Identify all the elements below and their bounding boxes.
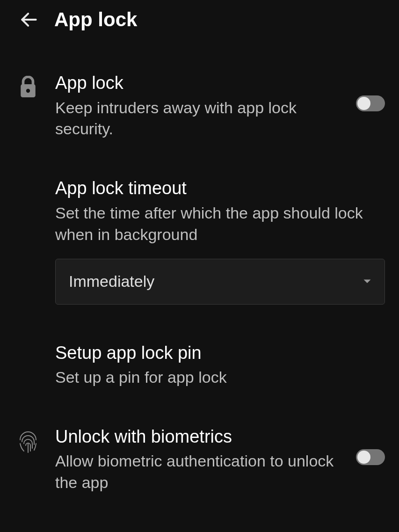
timeout-title: App lock timeout	[55, 177, 385, 200]
toggle-knob	[357, 451, 370, 464]
header: App lock	[0, 0, 399, 39]
app-lock-timeout-row[interactable]: App lock timeout Set the time after whic…	[14, 168, 385, 332]
row-icon-container	[14, 342, 42, 346]
pin-desc: Set up a pin for app lock	[55, 367, 385, 388]
chevron-down-icon	[363, 279, 371, 284]
row-body: App lock Keep intruders away with app lo…	[55, 72, 343, 140]
row-body: Unlock with biometrics Allow biometric a…	[55, 426, 343, 494]
row-icon-container	[14, 177, 42, 181]
timeout-desc: Set the time after which the app should …	[55, 203, 385, 246]
app-lock-desc: Keep intruders away with app lock securi…	[55, 97, 343, 140]
row-trailing	[356, 72, 385, 111]
biometrics-desc: Allow biometric authentication to unlock…	[55, 451, 343, 494]
biometrics-toggle[interactable]	[356, 449, 385, 465]
row-body: App lock timeout Set the time after whic…	[55, 177, 385, 304]
arrow-left-icon	[19, 9, 39, 30]
page-title: App lock	[54, 8, 137, 31]
row-trailing	[356, 426, 385, 465]
row-icon-container	[14, 72, 42, 99]
select-arrow	[363, 279, 371, 284]
biometrics-title: Unlock with biometrics	[55, 426, 343, 448]
row-icon-container	[14, 426, 42, 455]
row-body: Setup app lock pin Set up a pin for app …	[55, 342, 385, 388]
pin-title: Setup app lock pin	[55, 342, 385, 364]
svg-point-2	[26, 89, 30, 93]
toggle-knob	[357, 97, 370, 110]
biometrics-row[interactable]: Unlock with biometrics Allow biometric a…	[14, 416, 385, 522]
settings-list: App lock Keep intruders away with app lo…	[0, 39, 399, 522]
app-lock-toggle[interactable]	[356, 95, 385, 111]
lock-icon	[18, 76, 38, 99]
back-button[interactable]	[19, 9, 39, 30]
app-lock-row[interactable]: App lock Keep intruders away with app lo…	[14, 63, 385, 168]
timeout-selected-value: Immediately	[69, 272, 154, 291]
timeout-select[interactable]: Immediately	[55, 259, 385, 305]
app-lock-title: App lock	[55, 72, 343, 95]
setup-pin-row[interactable]: Setup app lock pin Set up a pin for app …	[14, 333, 385, 416]
fingerprint-icon	[16, 430, 40, 455]
